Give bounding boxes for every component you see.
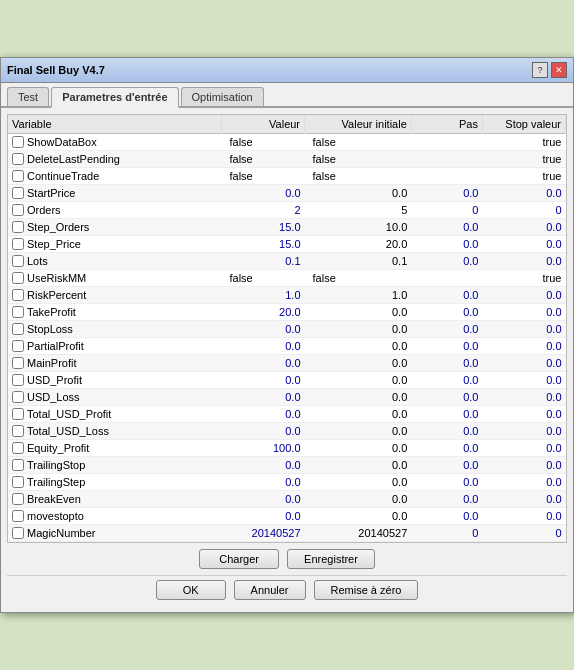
title-buttons: ? ✕ bbox=[532, 62, 567, 78]
table-row: USD_Loss0.00.00.00.0 bbox=[8, 389, 566, 406]
ok-button[interactable]: OK bbox=[156, 580, 226, 600]
table-row: movestopto0.00.00.00.0 bbox=[8, 508, 566, 525]
row-checkbox[interactable] bbox=[12, 493, 24, 505]
table-header-row: Variable Valeur Valeur initiale Pas Stop… bbox=[8, 115, 566, 134]
row-valeur-cell: 0.0 bbox=[222, 321, 305, 338]
row-checkbox[interactable] bbox=[12, 153, 24, 165]
table-row: TrailingStop0.00.00.00.0 bbox=[8, 457, 566, 474]
row-name-label: ShowDataBox bbox=[27, 136, 97, 148]
remise-button[interactable]: Remise à zéro bbox=[314, 580, 419, 600]
table-row: StopLoss0.00.00.00.0 bbox=[8, 321, 566, 338]
row-checkbox[interactable] bbox=[12, 476, 24, 488]
table-row: Lots0.10.10.00.0 bbox=[8, 253, 566, 270]
row-checkbox[interactable] bbox=[12, 408, 24, 420]
row-name-label: USD_Profit bbox=[27, 374, 82, 386]
row-init-cell: false bbox=[305, 168, 412, 185]
tab-params[interactable]: Parametres d'entrée bbox=[51, 87, 178, 108]
row-pas-cell: 0.0 bbox=[411, 491, 482, 508]
row-checkbox[interactable] bbox=[12, 323, 24, 335]
row-checkbox[interactable] bbox=[12, 459, 24, 471]
row-checkbox[interactable] bbox=[12, 289, 24, 301]
tab-optimisation[interactable]: Optimisation bbox=[181, 87, 264, 106]
row-stop-cell: 0 bbox=[482, 202, 565, 219]
row-checkbox[interactable] bbox=[12, 340, 24, 352]
help-button[interactable]: ? bbox=[532, 62, 548, 78]
row-init-cell: 20.0 bbox=[305, 236, 412, 253]
row-checkbox[interactable] bbox=[12, 204, 24, 216]
row-pas-cell: 0.0 bbox=[411, 304, 482, 321]
row-init-cell: 0.0 bbox=[305, 474, 412, 491]
row-valeur-cell: 0.0 bbox=[222, 406, 305, 423]
main-window: Final Sell Buy V4.7 ? ✕ Test Parametres … bbox=[0, 57, 574, 613]
col-stop: Stop valeur bbox=[482, 115, 565, 134]
row-checkbox[interactable] bbox=[12, 187, 24, 199]
table-row: Step_Price15.020.00.00.0 bbox=[8, 236, 566, 253]
row-checkbox[interactable] bbox=[12, 357, 24, 369]
row-stop-cell: true bbox=[482, 134, 565, 151]
row-stop-cell: true bbox=[482, 270, 565, 287]
window-title: Final Sell Buy V4.7 bbox=[7, 64, 105, 76]
row-variable-cell: TakeProfit bbox=[8, 304, 222, 321]
row-valeur-cell: 100.0 bbox=[222, 440, 305, 457]
row-checkbox[interactable] bbox=[12, 425, 24, 437]
row-pas-cell: 0.0 bbox=[411, 219, 482, 236]
row-pas-cell bbox=[411, 168, 482, 185]
row-name-label: Equity_Profit bbox=[27, 442, 89, 454]
row-checkbox[interactable] bbox=[12, 272, 24, 284]
row-checkbox[interactable] bbox=[12, 136, 24, 148]
tab-content: Variable Valeur Valeur initiale Pas Stop… bbox=[1, 108, 573, 612]
row-checkbox[interactable] bbox=[12, 527, 24, 539]
table-row: Step_Orders15.010.00.00.0 bbox=[8, 219, 566, 236]
row-variable-cell: ContinueTrade bbox=[8, 168, 222, 185]
row-checkbox[interactable] bbox=[12, 170, 24, 182]
row-variable-cell: StartPrice bbox=[8, 185, 222, 202]
row-variable-cell: TrailingStep bbox=[8, 474, 222, 491]
row-stop-cell: 0.0 bbox=[482, 457, 565, 474]
row-name-label: StopLoss bbox=[27, 323, 73, 335]
row-variable-cell: Lots bbox=[8, 253, 222, 270]
close-button[interactable]: ✕ bbox=[551, 62, 567, 78]
row-variable-cell: MainProfit bbox=[8, 355, 222, 372]
charger-button[interactable]: Charger bbox=[199, 549, 279, 569]
row-checkbox[interactable] bbox=[12, 510, 24, 522]
row-stop-cell: 0.0 bbox=[482, 440, 565, 457]
row-pas-cell bbox=[411, 134, 482, 151]
row-checkbox[interactable] bbox=[12, 238, 24, 250]
row-init-cell: 0.0 bbox=[305, 372, 412, 389]
row-stop-cell: 0.0 bbox=[482, 508, 565, 525]
row-name-label: Total_USD_Profit bbox=[27, 408, 111, 420]
row-init-cell: 0.0 bbox=[305, 321, 412, 338]
row-checkbox[interactable] bbox=[12, 442, 24, 454]
row-valeur-cell: 0.0 bbox=[222, 474, 305, 491]
row-checkbox[interactable] bbox=[12, 255, 24, 267]
table-row: MagicNumber201405272014052700 bbox=[8, 525, 566, 542]
table-row: RiskPercent1.01.00.00.0 bbox=[8, 287, 566, 304]
row-checkbox[interactable] bbox=[12, 374, 24, 386]
table-row: MainProfit0.00.00.00.0 bbox=[8, 355, 566, 372]
row-pas-cell bbox=[411, 270, 482, 287]
row-init-cell: 0.0 bbox=[305, 491, 412, 508]
row-init-cell: 5 bbox=[305, 202, 412, 219]
row-init-cell: false bbox=[305, 270, 412, 287]
row-variable-cell: UseRiskMM bbox=[8, 270, 222, 287]
table-row: Orders2500 bbox=[8, 202, 566, 219]
row-init-cell: 0.0 bbox=[305, 355, 412, 372]
row-checkbox[interactable] bbox=[12, 391, 24, 403]
row-valeur-cell: false bbox=[222, 168, 305, 185]
row-variable-cell: USD_Loss bbox=[8, 389, 222, 406]
tab-test[interactable]: Test bbox=[7, 87, 49, 106]
row-stop-cell: 0.0 bbox=[482, 304, 565, 321]
row-pas-cell: 0.0 bbox=[411, 236, 482, 253]
col-valeur-init: Valeur initiale bbox=[305, 115, 412, 134]
row-name-label: TrailingStop bbox=[27, 459, 85, 471]
row-variable-cell: movestopto bbox=[8, 508, 222, 525]
row-name-label: TakeProfit bbox=[27, 306, 76, 318]
row-valeur-cell: 0.0 bbox=[222, 185, 305, 202]
annuler-button[interactable]: Annuler bbox=[234, 580, 306, 600]
row-valeur-cell: false bbox=[222, 134, 305, 151]
row-checkbox[interactable] bbox=[12, 306, 24, 318]
row-checkbox[interactable] bbox=[12, 221, 24, 233]
enregistrer-button[interactable]: Enregistrer bbox=[287, 549, 375, 569]
table-row: UseRiskMMfalsefalsetrue bbox=[8, 270, 566, 287]
row-stop-cell: true bbox=[482, 151, 565, 168]
